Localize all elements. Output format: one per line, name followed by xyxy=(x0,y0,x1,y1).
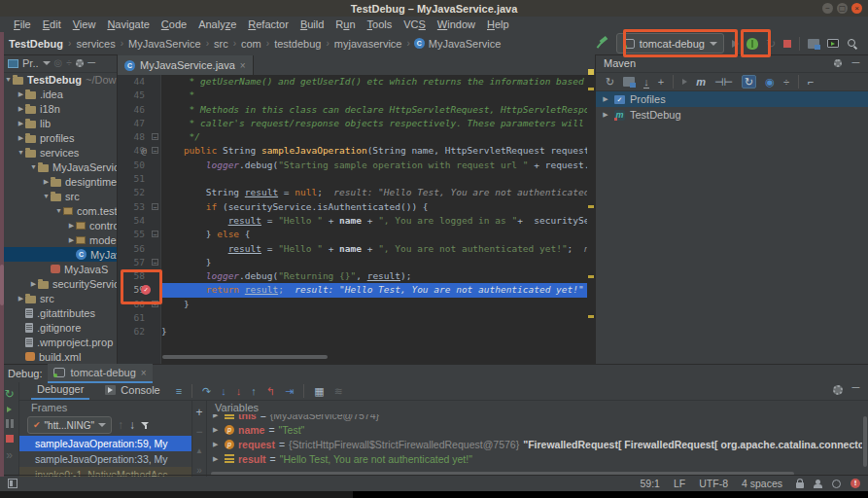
editor-tab[interactable]: C MyJavaService.java × xyxy=(118,55,254,75)
readonly-lock-icon[interactable] xyxy=(796,482,804,488)
frame-row[interactable]: sampleJavaOperation:33, My xyxy=(19,451,191,467)
step-into-icon[interactable]: ↓ xyxy=(221,386,226,397)
fold-marker[interactable]: – xyxy=(152,231,158,237)
inspections-profile-icon[interactable] xyxy=(814,480,822,488)
breadcrumb-item[interactable]: TestDebug xyxy=(8,38,64,50)
maven-goal-icon[interactable]: m xyxy=(696,76,706,88)
gear-icon[interactable] xyxy=(833,385,843,395)
tree-arrow-icon[interactable]: ▼ xyxy=(29,163,38,170)
run-dashboard-icon[interactable] xyxy=(827,39,839,48)
gutter-line[interactable]: 49@– xyxy=(118,144,160,158)
maven-item-profiles[interactable]: ▶✓Profiles xyxy=(596,91,868,107)
tree-item-contro[interactable]: ▶contro xyxy=(0,218,117,232)
tree-arrow-icon[interactable]: ▶ xyxy=(213,455,221,463)
offline-mode-icon[interactable]: ◉ xyxy=(765,76,775,88)
line-separator[interactable]: LF xyxy=(674,478,685,489)
code-line[interactable]: if (securityService.isAuthenticated()) { xyxy=(161,200,595,214)
run-button[interactable] xyxy=(732,40,739,48)
tree-item-designtime[interactable]: ▶designtime xyxy=(0,174,117,189)
gear-icon[interactable] xyxy=(76,59,84,67)
code-line[interactable]: * caller's request/response objects resp… xyxy=(161,117,595,130)
event-log-error-icon[interactable]: ! xyxy=(851,479,860,488)
gutter-line[interactable]: 51 xyxy=(118,172,160,186)
variable-row-name[interactable]: ▶pname = "Test" xyxy=(207,422,862,437)
tree-arrow-icon[interactable]: ▶ xyxy=(42,178,51,186)
breakpoint-icon[interactable]: ✓ xyxy=(141,285,151,295)
tree-item--idea[interactable]: ▶.idea xyxy=(0,87,117,101)
hide-panel-icon[interactable]: ─ xyxy=(851,59,860,68)
toggle-profiles-icon[interactable]: ⊣⊢ xyxy=(714,76,733,88)
maven-settings-icon[interactable]: ⌐ xyxy=(808,76,814,88)
background-tasks-icon[interactable] xyxy=(832,480,841,488)
close-icon[interactable]: × xyxy=(240,60,246,71)
tree-arrow-icon[interactable]: ▶ xyxy=(17,90,25,98)
gutter-line[interactable]: 50 xyxy=(118,159,160,172)
gutter-line[interactable]: 48– xyxy=(118,130,160,144)
gutter-line[interactable]: 45 xyxy=(118,89,160,102)
tab-console[interactable]: Console xyxy=(99,383,165,399)
thread-selector[interactable]: ✔ "htt...NING" xyxy=(27,416,112,434)
maven-item-testdebug[interactable]: ▶mTestDebug xyxy=(596,107,868,123)
hide-panel-icon[interactable]: ─ xyxy=(87,59,96,68)
tree-arrow-icon[interactable]: ▼ xyxy=(17,149,25,156)
gutter-line[interactable]: 59✓ xyxy=(118,283,160,297)
gutter-line[interactable]: 55– xyxy=(118,228,160,241)
breadcrumb-item[interactable]: testdebug xyxy=(273,38,322,50)
menu-item-run[interactable]: Run xyxy=(330,18,361,30)
collapse-all-icon[interactable]: ÷ xyxy=(66,57,72,69)
debug-button[interactable] xyxy=(746,38,758,50)
menu-item-tools[interactable]: Tools xyxy=(362,18,399,30)
tree-item--gitattributes[interactable]: .gitattributes xyxy=(0,305,117,320)
gutter-line[interactable]: 57– xyxy=(118,256,160,269)
stop-button[interactable] xyxy=(783,40,791,48)
build-hammer-icon[interactable] xyxy=(596,37,608,50)
tree-arrow-icon[interactable]: ▶ xyxy=(17,134,25,142)
fold-marker[interactable]: – xyxy=(152,147,158,154)
breadcrumb-item[interactable]: services xyxy=(75,38,116,50)
code-line[interactable] xyxy=(161,311,595,325)
indent-style[interactable]: 4 spaces xyxy=(742,478,782,489)
gutter-line[interactable]: 61 xyxy=(118,311,160,325)
variable-row-request[interactable]: ▶prequest = {StrictHttpFirewall$StrictFi… xyxy=(207,437,862,451)
menu-item-build[interactable]: Build xyxy=(295,18,330,30)
skip-tests-icon[interactable]: ↻ xyxy=(742,75,756,89)
mute-breakpoints-icon[interactable]: ≋ xyxy=(334,386,343,397)
code-line[interactable]: * getUserName() and getUserId() etc whic… xyxy=(161,75,595,89)
tree-arrow-icon[interactable]: ▶ xyxy=(17,120,25,127)
tree-arrow-icon[interactable]: ▶ xyxy=(213,426,221,434)
pause-icon[interactable] xyxy=(6,419,14,428)
tree-item--wmproject-prop[interactable]: .wmproject.prop xyxy=(0,335,117,349)
tree-arrow-icon[interactable]: ▶ xyxy=(67,222,76,230)
editor-gutter[interactable]: 4445464748–49@–50515253–5455–5657–5859✓6… xyxy=(118,75,161,364)
menu-item-help[interactable]: Help xyxy=(481,18,515,30)
menu-item-file[interactable]: File xyxy=(8,18,37,30)
tree-item-myjav[interactable]: CMyJav xyxy=(0,247,117,262)
code-line[interactable]: */ xyxy=(161,130,595,144)
tree-arrow-icon[interactable]: ▼ xyxy=(42,193,51,199)
tree-item-testdebug[interactable]: ▼TestDebug~/Dow xyxy=(0,72,117,87)
breadcrumb-item[interactable]: MyJavaService xyxy=(127,38,202,50)
tree-item-mode[interactable]: ▶mode xyxy=(0,232,117,247)
run-config-selector[interactable]: tomcat-debug xyxy=(616,33,724,53)
debug-session-tab[interactable]: tomcat-debug × xyxy=(48,364,152,383)
code-line[interactable]: } else { xyxy=(161,228,595,241)
reimport-icon[interactable]: ↻ xyxy=(606,76,614,88)
step-out-icon[interactable]: ↑ xyxy=(251,386,257,397)
menu-item-code[interactable]: Code xyxy=(156,18,192,30)
menu-item-window[interactable]: Window xyxy=(432,18,481,30)
tree-item-myjavaservice[interactable]: ▼MyJavaService xyxy=(0,160,117,174)
gutter-line[interactable]: 60– xyxy=(118,298,160,311)
step-over-icon[interactable]: ↷ xyxy=(202,386,211,397)
evaluate-expression-icon[interactable]: ▦ xyxy=(314,386,324,397)
tree-arrow-icon[interactable]: ▶ xyxy=(17,105,25,113)
layout-settings-icon[interactable]: ≡ xyxy=(176,386,182,397)
locate-file-icon[interactable]: ◎ xyxy=(54,57,63,69)
tab-debugger[interactable]: Debugger xyxy=(31,382,89,400)
force-step-into-icon[interactable]: ↓ xyxy=(236,386,242,397)
fold-marker[interactable]: – xyxy=(152,301,158,307)
tree-item-src[interactable]: ▶src xyxy=(0,291,117,305)
gutter-line[interactable]: 44 xyxy=(118,75,160,89)
code-line[interactable]: * xyxy=(161,89,595,102)
vertical-scrollbar[interactable] xyxy=(863,416,867,467)
tree-item-securityservic[interactable]: ▶securityServic xyxy=(0,276,117,291)
